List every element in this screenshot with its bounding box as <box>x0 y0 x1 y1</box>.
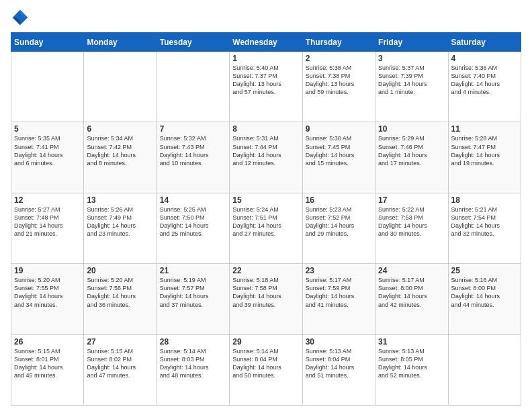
day-info: Sunrise: 5:27 AM Sunset: 7:48 PM Dayligh… <box>14 205 81 238</box>
day-cell: 21Sunrise: 5:19 AM Sunset: 7:57 PM Dayli… <box>157 264 229 334</box>
day-cell: 11Sunrise: 5:28 AM Sunset: 7:47 PM Dayli… <box>448 122 521 193</box>
col-header-wednesday: Wednesday <box>230 33 302 52</box>
day-info: Sunrise: 5:23 AM Sunset: 7:52 PM Dayligh… <box>306 205 372 238</box>
day-cell: 28Sunrise: 5:14 AM Sunset: 8:03 PM Dayli… <box>157 334 229 405</box>
calendar-table: SundayMondayTuesdayWednesdayThursdayFrid… <box>11 32 521 406</box>
day-cell: 25Sunrise: 5:16 AM Sunset: 8:00 PM Dayli… <box>448 264 521 334</box>
day-cell <box>84 52 157 122</box>
day-number: 31 <box>378 337 445 347</box>
day-cell: 4Sunrise: 5:36 AM Sunset: 7:40 PM Daylig… <box>448 52 521 122</box>
day-number: 12 <box>14 195 81 205</box>
day-cell: 22Sunrise: 5:18 AM Sunset: 7:58 PM Dayli… <box>230 264 302 334</box>
day-number: 25 <box>451 266 518 275</box>
day-info: Sunrise: 5:36 AM Sunset: 7:40 PM Dayligh… <box>451 64 518 97</box>
day-number: 16 <box>306 195 372 205</box>
week-row-4: 19Sunrise: 5:20 AM Sunset: 7:55 PM Dayli… <box>11 264 521 334</box>
day-info: Sunrise: 5:34 AM Sunset: 7:42 PM Dayligh… <box>87 134 153 167</box>
day-number: 28 <box>160 337 226 347</box>
day-info: Sunrise: 5:22 AM Sunset: 7:53 PM Dayligh… <box>378 205 445 238</box>
day-cell: 10Sunrise: 5:29 AM Sunset: 7:46 PM Dayli… <box>375 122 448 193</box>
day-cell <box>448 334 521 405</box>
day-cell: 16Sunrise: 5:23 AM Sunset: 7:52 PM Dayli… <box>302 193 375 263</box>
day-number: 18 <box>451 195 518 205</box>
day-number: 26 <box>14 337 81 347</box>
day-info: Sunrise: 5:13 AM Sunset: 8:04 PM Dayligh… <box>306 347 372 380</box>
day-info: Sunrise: 5:13 AM Sunset: 8:05 PM Dayligh… <box>378 347 445 380</box>
day-number: 30 <box>306 337 372 347</box>
day-cell: 23Sunrise: 5:17 AM Sunset: 7:59 PM Dayli… <box>302 264 375 334</box>
day-number: 15 <box>232 195 299 205</box>
day-number: 17 <box>378 195 445 205</box>
day-cell <box>11 52 84 122</box>
day-number: 10 <box>378 124 445 134</box>
day-info: Sunrise: 5:32 AM Sunset: 7:43 PM Dayligh… <box>160 134 226 167</box>
day-info: Sunrise: 5:26 AM Sunset: 7:49 PM Dayligh… <box>87 205 153 238</box>
day-info: Sunrise: 5:35 AM Sunset: 7:41 PM Dayligh… <box>14 134 81 167</box>
day-number: 6 <box>87 124 153 134</box>
day-cell: 18Sunrise: 5:21 AM Sunset: 7:54 PM Dayli… <box>448 193 521 263</box>
col-header-tuesday: Tuesday <box>157 33 229 52</box>
day-number: 11 <box>451 124 518 134</box>
day-info: Sunrise: 5:16 AM Sunset: 8:00 PM Dayligh… <box>451 276 518 309</box>
day-info: Sunrise: 5:30 AM Sunset: 7:45 PM Dayligh… <box>306 134 372 167</box>
day-number: 9 <box>306 124 372 134</box>
day-info: Sunrise: 5:28 AM Sunset: 7:47 PM Dayligh… <box>451 134 518 167</box>
header-row: SundayMondayTuesdayWednesdayThursdayFrid… <box>11 33 521 52</box>
col-header-sunday: Sunday <box>11 33 84 52</box>
day-cell: 19Sunrise: 5:20 AM Sunset: 7:55 PM Dayli… <box>11 264 84 334</box>
day-cell: 17Sunrise: 5:22 AM Sunset: 7:53 PM Dayli… <box>375 193 448 263</box>
day-cell <box>157 52 229 122</box>
day-info: Sunrise: 5:21 AM Sunset: 7:54 PM Dayligh… <box>451 205 518 238</box>
day-number: 19 <box>14 266 81 275</box>
day-cell: 3Sunrise: 5:37 AM Sunset: 7:39 PM Daylig… <box>375 52 448 122</box>
week-row-1: 1Sunrise: 5:40 AM Sunset: 7:37 PM Daylig… <box>11 52 521 122</box>
col-header-saturday: Saturday <box>448 33 521 52</box>
day-cell: 27Sunrise: 5:15 AM Sunset: 8:02 PM Dayli… <box>84 334 157 405</box>
day-info: Sunrise: 5:17 AM Sunset: 8:00 PM Dayligh… <box>378 276 445 309</box>
day-number: 23 <box>306 266 372 275</box>
day-info: Sunrise: 5:25 AM Sunset: 7:50 PM Dayligh… <box>160 205 226 238</box>
week-row-3: 12Sunrise: 5:27 AM Sunset: 7:48 PM Dayli… <box>11 193 521 263</box>
day-cell: 30Sunrise: 5:13 AM Sunset: 8:04 PM Dayli… <box>302 334 375 405</box>
day-number: 21 <box>160 266 226 275</box>
day-cell: 14Sunrise: 5:25 AM Sunset: 7:50 PM Dayli… <box>157 193 229 263</box>
day-cell: 9Sunrise: 5:30 AM Sunset: 7:45 PM Daylig… <box>302 122 375 193</box>
day-number: 4 <box>451 54 518 63</box>
day-cell: 20Sunrise: 5:20 AM Sunset: 7:56 PM Dayli… <box>84 264 157 334</box>
day-info: Sunrise: 5:20 AM Sunset: 7:56 PM Dayligh… <box>87 276 153 309</box>
day-number: 2 <box>306 54 372 63</box>
day-number: 13 <box>87 195 153 205</box>
day-info: Sunrise: 5:31 AM Sunset: 7:44 PM Dayligh… <box>232 134 299 167</box>
day-info: Sunrise: 5:20 AM Sunset: 7:55 PM Dayligh… <box>14 276 81 309</box>
day-info: Sunrise: 5:18 AM Sunset: 7:58 PM Dayligh… <box>232 276 299 309</box>
day-info: Sunrise: 5:14 AM Sunset: 8:04 PM Dayligh… <box>232 347 299 380</box>
day-number: 29 <box>232 337 299 347</box>
day-info: Sunrise: 5:29 AM Sunset: 7:46 PM Dayligh… <box>378 134 445 167</box>
col-header-monday: Monday <box>84 33 157 52</box>
day-cell: 5Sunrise: 5:35 AM Sunset: 7:41 PM Daylig… <box>11 122 84 193</box>
day-info: Sunrise: 5:37 AM Sunset: 7:39 PM Dayligh… <box>378 64 445 97</box>
logo <box>11 8 32 27</box>
day-number: 1 <box>232 54 299 63</box>
day-cell: 31Sunrise: 5:13 AM Sunset: 8:05 PM Dayli… <box>375 334 448 405</box>
day-cell: 13Sunrise: 5:26 AM Sunset: 7:49 PM Dayli… <box>84 193 157 263</box>
day-info: Sunrise: 5:19 AM Sunset: 7:57 PM Dayligh… <box>160 276 226 309</box>
day-cell: 12Sunrise: 5:27 AM Sunset: 7:48 PM Dayli… <box>11 193 84 263</box>
day-info: Sunrise: 5:40 AM Sunset: 7:37 PM Dayligh… <box>232 64 299 97</box>
col-header-thursday: Thursday <box>302 33 375 52</box>
day-info: Sunrise: 5:24 AM Sunset: 7:51 PM Dayligh… <box>232 205 299 238</box>
day-info: Sunrise: 5:15 AM Sunset: 8:02 PM Dayligh… <box>87 347 153 380</box>
day-number: 24 <box>378 266 445 275</box>
day-info: Sunrise: 5:14 AM Sunset: 8:03 PM Dayligh… <box>160 347 226 380</box>
day-number: 8 <box>232 124 299 134</box>
day-cell: 24Sunrise: 5:17 AM Sunset: 8:00 PM Dayli… <box>375 264 448 334</box>
day-cell: 8Sunrise: 5:31 AM Sunset: 7:44 PM Daylig… <box>230 122 302 193</box>
day-number: 14 <box>160 195 226 205</box>
day-info: Sunrise: 5:38 AM Sunset: 7:38 PM Dayligh… <box>306 64 372 97</box>
day-number: 27 <box>87 337 153 347</box>
day-number: 7 <box>160 124 226 134</box>
day-cell: 6Sunrise: 5:34 AM Sunset: 7:42 PM Daylig… <box>84 122 157 193</box>
day-number: 5 <box>14 124 81 134</box>
day-number: 22 <box>232 266 299 275</box>
day-cell: 2Sunrise: 5:38 AM Sunset: 7:38 PM Daylig… <box>302 52 375 122</box>
